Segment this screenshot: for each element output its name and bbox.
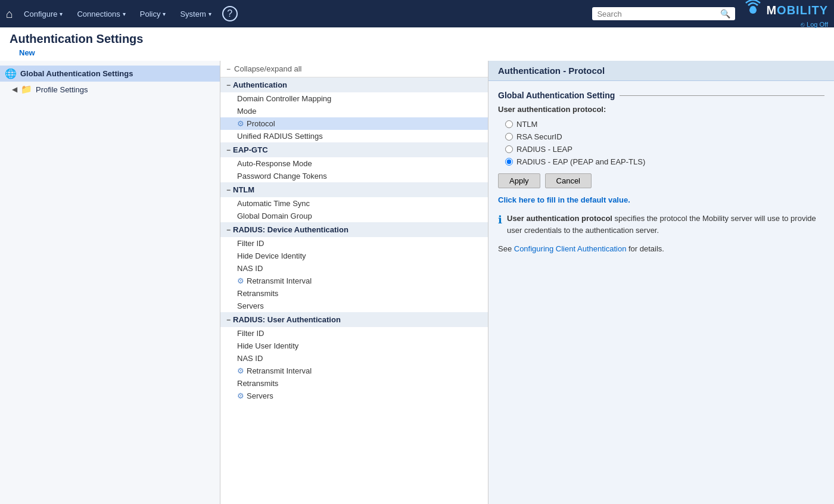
- automatic-time-sync-label: Automatic Time Sync: [237, 199, 310, 208]
- new-button[interactable]: New: [10, 48, 45, 62]
- radius-user-collapse-icon: −: [226, 316, 231, 324]
- tree-section-ntlm[interactable]: − NTLM: [220, 182, 488, 197]
- radio-rsa-securid[interactable]: [505, 133, 513, 141]
- info-box: ℹ User authentication protocol specifies…: [498, 213, 824, 236]
- retransmit-interval-device-label: Retransmit Interval: [247, 276, 312, 285]
- tree-item-password-change-tokens[interactable]: Password Change Tokens: [220, 170, 488, 182]
- section-title: Global Authentication Setting: [498, 91, 824, 100]
- tree-item-servers-device[interactable]: Servers: [220, 300, 488, 312]
- radius-user-section-label: RADIUS: User Authentication: [233, 315, 341, 324]
- radio-radius-leap-label[interactable]: RADIUS - LEAP: [516, 145, 572, 154]
- filter-id-device-label: Filter ID: [237, 239, 264, 248]
- policy-chevron-icon: ▾: [163, 11, 166, 17]
- retransmits-device-label: Retransmits: [237, 289, 278, 298]
- info-text: User authentication protocol specifies t…: [507, 213, 824, 236]
- tree-item-mode[interactable]: Mode: [220, 105, 488, 117]
- sidebar-item-profile-settings[interactable]: ◀ 📁 Profile Settings: [0, 82, 220, 97]
- search-input[interactable]: [597, 10, 717, 18]
- home-button[interactable]: ⌂: [6, 7, 13, 21]
- tree-section-radius-device[interactable]: − RADIUS: Device Authentication: [220, 222, 488, 237]
- see-also-suffix: for details.: [626, 244, 664, 253]
- tree-section-radius-user[interactable]: − RADIUS: User Authentication: [220, 312, 488, 327]
- tree-item-automatic-time-sync[interactable]: Automatic Time Sync: [220, 197, 488, 210]
- help-button[interactable]: ?: [222, 6, 238, 21]
- tree-item-nas-id-user[interactable]: NAS ID: [220, 352, 488, 365]
- tree-item-retransmit-interval-device[interactable]: ⚙ Retransmit Interval: [220, 275, 488, 287]
- apply-button[interactable]: Apply: [498, 173, 540, 188]
- content-panel: Authentication - Protocol Global Authent…: [488, 61, 834, 504]
- domain-controller-mapping-label: Domain Controller Mapping: [237, 94, 331, 103]
- auto-response-mode-label: Auto-Response Mode: [237, 159, 312, 168]
- tree-item-retransmits-device[interactable]: Retransmits: [220, 287, 488, 300]
- see-also-prefix: See: [498, 244, 514, 253]
- radio-ntlm-label[interactable]: NTLM: [516, 120, 537, 129]
- tree-item-auto-response-mode[interactable]: Auto-Response Mode: [220, 157, 488, 170]
- sidebar-label-profile-settings: Profile Settings: [36, 85, 88, 94]
- eap-gtc-section-label: EAP-GTC: [233, 145, 268, 154]
- radio-rsa-label[interactable]: RSA SecurID: [516, 132, 562, 141]
- servers-device-label: Servers: [237, 301, 264, 310]
- content-body: Global Authentication Setting User authe…: [488, 81, 834, 263]
- tree-item-unified-radius[interactable]: Unified RADIUS Settings: [220, 130, 488, 142]
- search-icon: 🔍: [720, 9, 730, 18]
- collapse-expand-button[interactable]: −: [226, 65, 231, 73]
- connections-chevron-icon: ▾: [123, 11, 126, 17]
- eap-gtc-collapse-icon: −: [226, 146, 231, 154]
- tree-item-protocol[interactable]: ⚙ Protocol: [220, 117, 488, 130]
- nas-id-device-label: NAS ID: [237, 264, 263, 273]
- log-off-button[interactable]: ⎋ Log Off: [801, 21, 828, 28]
- protocol-label: Protocol: [247, 119, 275, 128]
- radio-radius-leap[interactable]: [505, 145, 513, 153]
- brand-area: MOBILITY ⎋ Log Off: [742, 0, 828, 28]
- radio-row-rsa: RSA SecurID: [505, 132, 824, 141]
- tree-item-hide-device-identity[interactable]: Hide Device Identity: [220, 250, 488, 262]
- unified-radius-label: Unified RADIUS Settings: [237, 132, 323, 141]
- tree-item-filter-id-device[interactable]: Filter ID: [220, 237, 488, 250]
- radio-row-ntlm: NTLM: [505, 120, 824, 129]
- tree-item-retransmits-user[interactable]: Retransmits: [220, 377, 488, 390]
- log-off-icon: ⎋: [801, 21, 805, 28]
- sidebar-label-global-auth: Global Authentication Settings: [20, 69, 133, 78]
- see-also: See Configuring Client Authentication fo…: [498, 244, 824, 253]
- nav-system[interactable]: System ▾: [174, 6, 217, 22]
- nav-policy[interactable]: Policy ▾: [134, 6, 172, 22]
- info-text-bold: User authentication protocol: [507, 214, 612, 223]
- radio-group: NTLM RSA SecurID RADIUS - LEAP RADIUS - …: [505, 120, 824, 166]
- tree-section-eap-gtc[interactable]: − EAP-GTC: [220, 142, 488, 157]
- tree-item-hide-user-identity[interactable]: Hide User Identity: [220, 340, 488, 352]
- nav-connections[interactable]: Connections ▾: [71, 6, 131, 22]
- sidebar-item-global-auth[interactable]: 🌐 Global Authentication Settings: [0, 66, 220, 82]
- hide-user-identity-label: Hide User Identity: [237, 341, 298, 350]
- see-also-link[interactable]: Configuring Client Authentication: [514, 244, 627, 253]
- password-change-tokens-label: Password Change Tokens: [237, 172, 327, 181]
- collapse-expand-label: Collapse/expand all: [234, 64, 301, 73]
- globe-icon: 🌐: [5, 68, 17, 79]
- nav-configure[interactable]: Configure ▾: [18, 6, 69, 22]
- fill-default-link[interactable]: Click here to fill in the default value.: [498, 195, 824, 204]
- radio-radius-eap[interactable]: [505, 158, 513, 166]
- brand-logo: MOBILITY: [742, 0, 828, 21]
- system-chevron-icon: ▾: [208, 11, 211, 17]
- global-domain-group-label: Global Domain Group: [237, 211, 312, 220]
- radio-row-radius-eap: RADIUS - EAP (PEAP and EAP-TLS): [505, 157, 824, 166]
- tree-item-nas-id-device[interactable]: NAS ID: [220, 262, 488, 275]
- content-header: Authentication - Protocol: [488, 61, 834, 81]
- tree-item-domain-controller-mapping[interactable]: Domain Controller Mapping: [220, 92, 488, 105]
- radio-radius-eap-label[interactable]: RADIUS - EAP (PEAP and EAP-TLS): [516, 157, 645, 166]
- hide-device-identity-label: Hide Device Identity: [237, 251, 306, 260]
- tree-item-global-domain-group[interactable]: Global Domain Group: [220, 210, 488, 222]
- retransmit-interval-user-label: Retransmit Interval: [247, 366, 312, 375]
- radius-device-section-label: RADIUS: Device Authentication: [233, 225, 348, 234]
- cancel-button[interactable]: Cancel: [545, 173, 592, 188]
- tree-section-authentication[interactable]: − Authentication: [220, 77, 488, 92]
- radio-ntlm[interactable]: [505, 120, 513, 128]
- radius-device-collapse-icon: −: [226, 226, 231, 234]
- sidebar: 🌐 Global Authentication Settings ◀ 📁 Pro…: [0, 61, 220, 504]
- tree-item-servers-user[interactable]: ⚙ Servers: [220, 390, 488, 402]
- retransmits-user-label: Retransmits: [237, 379, 278, 388]
- retransmit-interval-device-gear-icon: ⚙: [237, 276, 244, 285]
- topnav: ⌂ Configure ▾ Connections ▾ Policy ▾ Sys…: [0, 0, 834, 27]
- tree-item-filter-id-user[interactable]: Filter ID: [220, 327, 488, 340]
- tree-item-retransmit-interval-user[interactable]: ⚙ Retransmit Interval: [220, 365, 488, 377]
- tree-panel: − Collapse/expand all − Authentication D…: [220, 61, 488, 504]
